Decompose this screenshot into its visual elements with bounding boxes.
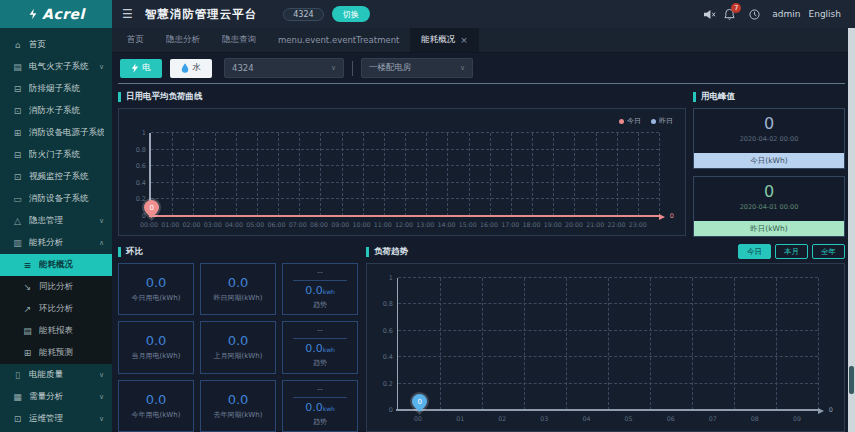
stat-card: 0.0当月用电(kWh)	[118, 321, 194, 373]
sidebar-item-label: 防排烟子系统	[29, 83, 104, 95]
huanbi-grid: 0.0今日用电(kWh)0.0昨日同期(kWh)--0.0kwh趋势0.0当月用…	[118, 263, 358, 432]
top-row: 日用电平均负荷曲线 今日昨日 00.20.40.60.8100 00:0001:…	[118, 89, 845, 237]
gridline-vertical	[659, 133, 660, 216]
trend-range-month-button[interactable]: 本月	[775, 244, 808, 259]
sidebar: Acrel ⌂首页▤电气火灾子系统∨⊟防排烟子系统⊡消防水子系统⊞消防设备电源子…	[0, 0, 112, 432]
vertical-scrollbar[interactable]	[848, 28, 855, 432]
sidebar-item-energy-overview[interactable]: ≡能耗概况	[0, 254, 112, 276]
sidebar-item-ops-mgmt[interactable]: ⊡运维管理∨	[0, 408, 112, 430]
x-axis-label: 03:00	[204, 221, 222, 228]
stat-card: 0.0去年同期(kWh)	[200, 380, 276, 432]
y-axis-label: 0.8	[136, 146, 146, 154]
forecast-icon: ⊞	[22, 348, 33, 358]
sidebar-item-fire-power-supply[interactable]: ⊞消防设备电源子系统	[0, 122, 112, 144]
tab-hazard-query[interactable]: 隐患查询	[211, 28, 267, 52]
scrollbar-thumb[interactable]	[849, 366, 854, 394]
gridline-vertical	[617, 133, 618, 216]
sidebar-item-video-monitor[interactable]: ⊡视频监控子系统	[0, 166, 112, 188]
sidebar-item-label: 防火门子系统	[29, 149, 104, 161]
app-window: Acrel ⌂首页▤电气火灾子系统∨⊟防排烟子系统⊡消防水子系统⊞消防设备电源子…	[0, 0, 855, 432]
sidebar-item-fire-water[interactable]: ⊡消防水子系统	[0, 100, 112, 122]
water-toggle-label: 水	[192, 62, 201, 74]
sidebar-item-power-quality[interactable]: ▯电能质量∨	[0, 364, 112, 386]
x-axis-label: 00	[414, 415, 422, 422]
load-curve-title: 日用电平均负荷曲线	[126, 91, 203, 103]
sidebar-item-smoke-control[interactable]: ⊟防排烟子系统	[0, 78, 112, 100]
trend-range-year-button[interactable]: 全年	[812, 244, 845, 259]
sidebar-item-fire-door[interactable]: ⊟防火门子系统	[0, 144, 112, 166]
stat-value: 0.0	[146, 333, 167, 348]
sidebar-item-energy-analysis[interactable]: ▥能耗分析∧	[0, 232, 112, 254]
tab-close-icon[interactable]: ×	[460, 35, 468, 45]
bell-icon[interactable]: 7	[724, 8, 735, 20]
tab-event-treatment[interactable]: menu.event.eventTreatment	[267, 28, 410, 52]
trend-range-buttons: 今日本月全年	[738, 244, 845, 259]
peak-card: 02020-04-01 00:00昨日(kWh)	[693, 176, 845, 237]
stat-label: 今年用电(kWh)	[132, 410, 181, 420]
load-curve-title-row: 日用电平均负荷曲线	[118, 89, 686, 104]
x-axis-label: 06	[667, 415, 675, 422]
water-toggle-button[interactable]: 水	[170, 59, 212, 78]
tab-hazard-analysis[interactable]: 隐患分析	[155, 28, 211, 52]
sidebar-item-label: 消防设备电源子系统	[29, 127, 104, 139]
app-title: 智慧消防管理云平台	[145, 7, 258, 22]
sidebar-item-yoy-analysis[interactable]: ↘同比分析	[0, 276, 112, 298]
fire-device-icon: ▭	[12, 194, 23, 204]
speaker-mute-icon[interactable]	[703, 9, 716, 20]
trend-divider	[293, 280, 346, 281]
trend-value: 0.0kwh	[305, 342, 335, 355]
gridline-vertical	[524, 278, 525, 410]
legend-item[interactable]: 今日	[619, 116, 641, 126]
sidebar-item-hazard-mgmt[interactable]: △隐患管理∨	[0, 210, 112, 232]
station-select[interactable]: 4324 ∨	[224, 58, 344, 78]
gridline-vertical	[482, 278, 483, 410]
y-axis-label: 0	[142, 212, 146, 220]
series-baseline	[396, 409, 818, 411]
smoke-control-icon: ⊟	[12, 84, 23, 94]
sidebar-item-electrical-fire[interactable]: ▤电气火灾子系统∨	[0, 56, 112, 78]
chart-legend: 今日昨日	[619, 116, 673, 126]
trend-value: 0.0kwh	[305, 284, 335, 297]
sidebar-item-energy-report[interactable]: ▤能耗报表	[0, 320, 112, 342]
sidebar-item-home[interactable]: ⌂首页	[0, 34, 112, 56]
gridline-vertical	[818, 278, 819, 410]
sidebar-item-demand-analysis[interactable]: ▦需量分析∨	[0, 386, 112, 408]
stat-value: 0.0	[228, 333, 249, 348]
trend-percent: --	[317, 326, 323, 335]
switch-button[interactable]: 切换	[332, 6, 370, 22]
project-badge: 4324	[283, 8, 323, 21]
peak-card: 02020-04-02 00:00今日(kWh)	[693, 108, 845, 169]
sidebar-item-energy-forecast[interactable]: ⊞能耗预测	[0, 342, 112, 364]
sidebar-item-label: 能耗概况	[39, 259, 104, 271]
chevron-up-icon: ∧	[99, 239, 104, 247]
tab-energy-overview[interactable]: 能耗概况×	[410, 28, 479, 52]
gridline-vertical	[257, 133, 258, 216]
clock-icon[interactable]	[749, 9, 760, 20]
load-trend-title: 负荷趋势	[374, 246, 408, 258]
gridline-vertical	[469, 133, 470, 216]
sidebar-item-label: 消防设备子系统	[29, 193, 104, 205]
series-baseline	[149, 215, 659, 217]
x-axis-labels: 00:0001:0002:0003:0004:0005:0006:0007:00…	[149, 221, 659, 230]
tab-home[interactable]: 首页	[116, 28, 155, 52]
gridline-vertical	[193, 133, 194, 216]
trend-unit: kwh	[323, 405, 335, 412]
trend-range-today-button[interactable]: 今日	[738, 244, 771, 259]
stat-label: 去年同期(kWh)	[214, 410, 263, 420]
report-icon: ▤	[22, 326, 33, 336]
electric-toggle-button[interactable]: 电	[120, 59, 162, 78]
language-switch[interactable]: English	[809, 9, 842, 19]
sidebar-item-mom-analysis[interactable]: ↗环比分析	[0, 298, 112, 320]
gridline-vertical	[553, 133, 554, 216]
sidebar-submenu: ≡能耗概况↘同比分析↗环比分析▤能耗报表⊞能耗预测	[0, 254, 112, 364]
chevron-down-icon: ∨	[460, 64, 465, 72]
legend-item[interactable]: 昨日	[651, 116, 673, 126]
peak-title: 用电峰值	[701, 91, 735, 103]
stat-label: 昨日同期(kWh)	[214, 293, 263, 303]
user-menu[interactable]: admin	[772, 9, 800, 19]
content-area: 电 水 4324 ∨ 一楼配电房 ∨	[112, 53, 855, 432]
room-select[interactable]: 一楼配电房 ∨	[361, 58, 473, 78]
sidebar-item-fire-device[interactable]: ▭消防设备子系统	[0, 188, 112, 210]
stat-value: 0.0	[228, 392, 249, 407]
menu-collapse-icon[interactable]: ☰	[122, 7, 133, 21]
